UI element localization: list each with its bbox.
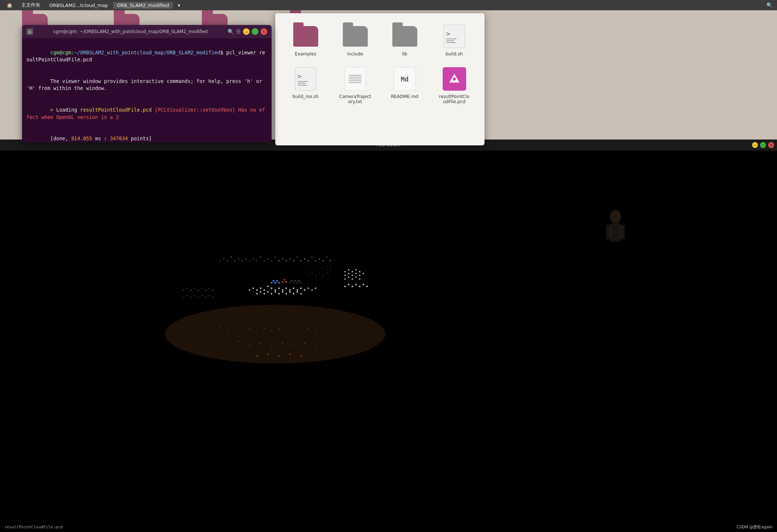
- svg-point-19: [279, 260, 280, 261]
- svg-point-29: [315, 260, 316, 261]
- svg-point-128: [278, 355, 280, 357]
- svg-point-38: [264, 289, 265, 291]
- svg-point-111: [286, 330, 287, 331]
- svg-point-110: [279, 328, 280, 329]
- script-line-1: [446, 39, 457, 39]
- pcd-close-button[interactable]: ✕: [768, 142, 774, 148]
- file-item-lib[interactable]: lib: [382, 21, 428, 59]
- md-label: Md: [401, 75, 409, 83]
- svg-point-138: [352, 275, 353, 276]
- file-item-include[interactable]: include: [332, 21, 378, 59]
- file-label-pcd: resultPointCloudFile.pcd: [438, 94, 471, 104]
- svg-point-75: [291, 280, 293, 282]
- terminal-menu-icon: ▤: [28, 30, 31, 34]
- svg-point-45: [289, 289, 291, 291]
- terminal-maximize-button[interactable]: □: [252, 28, 258, 35]
- point-cloud-svg: [147, 187, 404, 371]
- svg-point-144: [352, 278, 353, 280]
- svg-point-86: [326, 265, 327, 267]
- file-item-readme[interactable]: Md README.md: [382, 63, 428, 107]
- svg-point-10: [246, 258, 247, 260]
- terminal-pts-label: points]: [128, 135, 152, 141]
- text-icon-camera: [345, 67, 366, 91]
- text-line-5: [349, 82, 362, 83]
- script-line-3: [446, 42, 456, 43]
- terminal-body: cgm@cgm:~/ORBSLAM2_with_pointcloud_map/O…: [22, 38, 272, 142]
- svg-point-17: [271, 260, 272, 261]
- taskbar-home[interactable]: 🏠: [3, 2, 16, 9]
- file-item-cameratxt[interactable]: CameraTrajectory.txt: [332, 63, 378, 107]
- svg-point-113: [301, 330, 302, 331]
- svg-point-23: [293, 260, 294, 261]
- svg-point-164: [186, 295, 188, 296]
- svg-point-57: [271, 293, 272, 294]
- svg-point-18: [275, 257, 276, 258]
- svg-point-5: [227, 260, 228, 261]
- terminal-close-button[interactable]: ✕: [261, 28, 267, 35]
- svg-rect-174: [606, 225, 611, 239]
- terminal-menu2-icon[interactable]: ☰: [236, 29, 241, 35]
- svg-point-108: [264, 328, 265, 329]
- svg-point-115: [315, 330, 316, 331]
- script-line-ros-1: [298, 81, 308, 82]
- svg-point-30: [319, 258, 320, 260]
- taskbar-item-orbslam[interactable]: ORBSLAM2...tcloud_map: [46, 2, 112, 9]
- pcd-maximize-button[interactable]: □: [760, 142, 766, 148]
- terminal-line-2: The viewer window provides interactive c…: [26, 70, 267, 99]
- status-bar: resultPointCloudFile.pcd CSDN @楚歌again: [0, 522, 777, 532]
- svg-point-94: [330, 271, 331, 272]
- svg-point-127: [267, 354, 269, 355]
- file-label-buildsh: build.sh: [446, 51, 463, 57]
- text-line-4: [349, 80, 362, 81]
- svg-point-40: [271, 287, 272, 289]
- svg-point-96: [311, 273, 313, 274]
- pcd-viewer-canvas[interactable]: [0, 151, 777, 532]
- script-lines: [446, 39, 457, 43]
- svg-point-82: [311, 265, 313, 267]
- terminal-arrow: >: [50, 107, 56, 113]
- svg-point-4: [224, 258, 225, 260]
- script-line-2: [446, 40, 454, 41]
- svg-point-166: [194, 295, 195, 296]
- svg-point-42: [278, 287, 280, 289]
- taskbar: 🏠 主文件夹 ORBSLAM2...tcloud_map ORB_SLAM2_m…: [0, 0, 777, 10]
- svg-point-41: [275, 289, 276, 291]
- pcd-minimize-button[interactable]: —: [752, 142, 758, 148]
- svg-point-135: [359, 271, 360, 272]
- terminal-points: 347034: [110, 135, 128, 141]
- svg-point-81: [308, 267, 309, 269]
- file-item-buildrossh[interactable]: build_ros.sh: [283, 63, 328, 107]
- terminal-buttons: 🔍 ☰ — □ ✕: [228, 28, 267, 35]
- svg-point-90: [315, 271, 316, 272]
- svg-point-80: [300, 282, 302, 284]
- taskbar-item-zhuwenjian[interactable]: 主文件夹: [18, 1, 44, 9]
- svg-point-43: [282, 289, 283, 291]
- svg-point-167: [197, 297, 199, 298]
- file-icon-cameratxt: [342, 66, 368, 92]
- terminal-line-1: cgm@cgm:~/ORBSLAM2_with_pointcloud_map/O…: [26, 42, 267, 70]
- svg-point-169: [205, 297, 206, 298]
- file-item-pcd[interactable]: resultPointCloudFile.pcd: [431, 63, 477, 107]
- file-label-lib: lib: [402, 51, 407, 57]
- svg-point-68: [275, 282, 276, 284]
- search-icon[interactable]: 🔍: [766, 2, 773, 8]
- svg-point-109: [271, 330, 272, 331]
- svg-point-95: [308, 275, 309, 276]
- svg-point-105: [242, 332, 243, 333]
- svg-point-35: [253, 287, 254, 289]
- terminal-minimize-button[interactable]: —: [243, 28, 250, 35]
- svg-point-140: [359, 275, 360, 276]
- taskbar-dropdown[interactable]: ▾: [174, 2, 184, 9]
- terminal-search-icon[interactable]: 🔍: [228, 29, 234, 35]
- taskbar-item-orbslam2[interactable]: ORB_SLAM2_modified: [113, 2, 173, 9]
- home-icon: 🏠: [7, 3, 12, 8]
- svg-point-155: [186, 287, 188, 289]
- terminal-window: ▤ cgm@cgm: ~/ORBSLAM2_with_pointcloud_ma…: [22, 25, 272, 142]
- svg-point-97: [315, 275, 316, 276]
- svg-point-60: [282, 291, 283, 293]
- file-item-examples[interactable]: Examples: [283, 21, 328, 59]
- svg-point-129: [289, 354, 291, 355]
- file-item-buildsh[interactable]: build.sh: [431, 21, 477, 59]
- terminal-prompt-1: cgm@cgm:: [50, 50, 74, 55]
- terminal-time: 914.055: [71, 135, 92, 141]
